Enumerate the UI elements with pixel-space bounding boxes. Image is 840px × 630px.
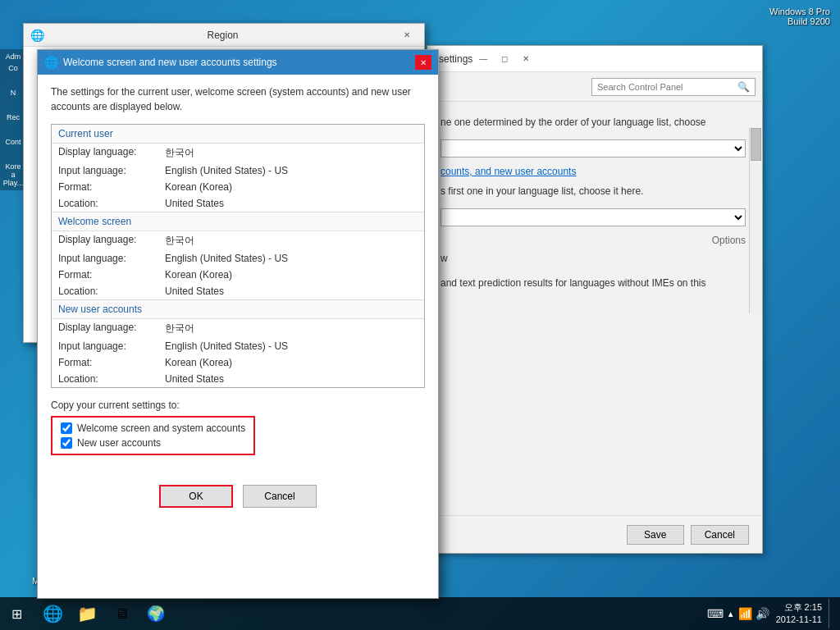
language-dropdown-1[interactable] <box>441 139 746 158</box>
taskbar-globe-icon[interactable]: 🌍 <box>139 597 172 630</box>
welcome-screen-checkbox-label: Welcome screen and system accounts <box>77 422 245 434</box>
ws-location-label: Location: <box>58 285 165 297</box>
taskbar-folder-icon[interactable]: 📁 <box>71 597 103 630</box>
taskbar-ie-icon[interactable]: 🌐 <box>36 597 69 630</box>
nu-display-label: Display language: <box>58 322 165 336</box>
cancel-button-behind[interactable]: Cancel <box>691 525 749 545</box>
show-desktop-button[interactable] <box>829 599 833 628</box>
nu-format-value: Korean (Korea) <box>165 357 232 368</box>
main-dialog-close-button[interactable]: ✕ <box>415 55 431 70</box>
ws-location-value: United States <box>165 285 224 297</box>
win-controls: — ◻ ✕ <box>472 48 536 70</box>
search-box[interactable]: 🔍 <box>591 78 756 96</box>
control-panel-content: ne one determined by the order of your l… <box>427 102 762 313</box>
region-win-controls: ✕ <box>396 25 418 46</box>
restore-button[interactable]: ◻ <box>494 48 515 70</box>
taskbar-settings-icon[interactable]: 🖥 <box>105 597 138 630</box>
main-dialog-icon: 🌐 <box>44 56 58 69</box>
ie-icon: 🌐 <box>43 604 63 623</box>
taskbar-sys-icons: ⌨ ▲ 📶 🔊 <box>707 607 769 620</box>
up-arrow-icon[interactable]: ▲ <box>727 609 735 619</box>
main-dialog-title: Welcome screen and new user accounts set… <box>63 57 415 68</box>
content-text-3: and text prediction results for language… <box>441 276 746 290</box>
taskbar: ⊞ 🌐 📁 🖥 🌍 ⌨ ▲ 📶 🔊 <box>0 597 840 630</box>
welcome-screen-header: Welcome screen <box>52 212 424 231</box>
volume-icon: 🔊 <box>756 607 769 620</box>
options-label: Options <box>441 233 746 248</box>
ws-format-label: Format: <box>58 269 165 281</box>
settings-row-ws-input: Input language: English (United States) … <box>52 250 424 267</box>
nu-location-value: United States <box>165 373 224 385</box>
search-icon[interactable]: 🔍 <box>737 81 750 93</box>
sidebar-item-co[interactable]: Co <box>2 64 25 72</box>
sidebar-item-rec[interactable]: Rec <box>2 113 25 121</box>
settings-row-cu-format: Format: Korean (Korea) <box>52 179 424 195</box>
copy-section-label: Copy your current settings to: <box>51 399 425 411</box>
settings-row-nu-display: Display language: 한국어 <box>52 319 424 338</box>
checkboxes-box: Welcome screen and system accounts New u… <box>51 416 255 455</box>
clock-date: 2012-11-11 <box>776 614 822 626</box>
cu-location-label: Location: <box>58 198 165 209</box>
minimize-button[interactable]: — <box>472 48 494 70</box>
checkbox-row-welcome: Welcome screen and system accounts <box>61 422 245 434</box>
region-title: Region <box>49 30 396 41</box>
content-text-1: ne one determined by the order of your l… <box>441 115 746 130</box>
taskbar-right: ⌨ ▲ 📶 🔊 오후 2:15 2012-11-11 <box>701 599 840 628</box>
ok-button[interactable]: OK <box>159 485 233 508</box>
search-input[interactable] <box>597 82 737 92</box>
scrollbar[interactable] <box>749 128 762 313</box>
cu-location-value: United States <box>165 198 224 209</box>
network-icon: 📶 <box>738 607 752 620</box>
main-dialog: 🌐 Welcome screen and new user accounts s… <box>37 49 439 599</box>
nu-location-label: Location: <box>58 373 165 385</box>
ws-input-label: Input language: <box>58 253 165 264</box>
accounts-link[interactable]: counts, and new user accounts <box>441 166 576 177</box>
checkbox-row-new-user: New user accounts <box>61 437 245 449</box>
settings-row-nu-input: Input language: English (United States) … <box>52 338 424 354</box>
main-dialog-titlebar: 🌐 Welcome screen and new user accounts s… <box>38 50 438 75</box>
cu-input-label: Input language: <box>58 165 165 176</box>
main-dialog-body: The settings for the current user, welco… <box>38 75 438 475</box>
settings-row-cu-location: Location: United States <box>52 195 424 212</box>
scrollbar-thumb[interactable] <box>751 128 761 161</box>
ws-display-label: Display language: <box>58 234 165 248</box>
dropdown-row-1 <box>441 139 746 158</box>
settings-row-nu-location: Location: United States <box>52 371 424 387</box>
sidebar-item-korea[interactable]: KoreaPlay... <box>2 162 25 187</box>
cu-input-value: English (United States) - US <box>165 165 288 176</box>
content-w: w <box>441 251 746 266</box>
settings-row-cu-display: Display language: 한국어 <box>52 144 424 162</box>
cu-format-value: Korean (Korea) <box>165 181 232 193</box>
cu-display-label: Display language: <box>58 146 165 160</box>
taskbar-time[interactable]: 오후 2:15 2012-11-11 <box>776 601 822 627</box>
main-dialog-footer: OK Cancel <box>38 475 438 518</box>
sidebar-item-admin[interactable]: Adm <box>2 52 25 61</box>
settings-row-cu-input: Input language: English (United States) … <box>52 162 424 179</box>
settings-row-ws-display: Display language: 한국어 <box>52 231 424 250</box>
folder-icon: 📁 <box>77 604 98 623</box>
nu-display-value: 한국어 <box>165 322 194 336</box>
sidebar-item-n[interactable]: N <box>2 89 25 97</box>
welcome-screen-checkbox[interactable] <box>61 422 72 434</box>
ws-format-value: Korean (Korea) <box>165 269 232 281</box>
save-button[interactable]: Save <box>627 525 684 545</box>
main-dialog-description: The settings for the current user, welco… <box>51 84 425 114</box>
new-user-accounts-checkbox[interactable] <box>61 437 72 449</box>
nu-input-label: Input language: <box>58 340 165 352</box>
desktop: 🗑 Adm Co N Rec Cont KoreaPlay... 💬 Korea… <box>0 0 840 630</box>
new-user-accounts-checkbox-label: New user accounts <box>77 437 161 449</box>
cancel-button[interactable]: Cancel <box>243 485 317 508</box>
current-user-header: Current user <box>52 125 424 144</box>
windows-logo-icon: ⊞ <box>11 606 22 622</box>
sidebar-item-cont[interactable]: Cont <box>2 138 25 146</box>
settings-icon: 🖥 <box>114 605 129 623</box>
start-button[interactable]: ⊞ <box>0 597 33 630</box>
region-titlebar: 🌐 Region ✕ <box>24 24 424 47</box>
content-text-2: s first one in your language list, choos… <box>441 184 746 199</box>
close-button[interactable]: ✕ <box>515 48 536 70</box>
language-dropdown-2[interactable] <box>441 208 746 226</box>
control-panel-toolbar: 🔍 <box>427 72 762 102</box>
control-panel-footer: Save Cancel <box>427 515 762 553</box>
clock-time: 오후 2:15 <box>776 601 822 614</box>
region-close-button[interactable]: ✕ <box>396 25 418 46</box>
